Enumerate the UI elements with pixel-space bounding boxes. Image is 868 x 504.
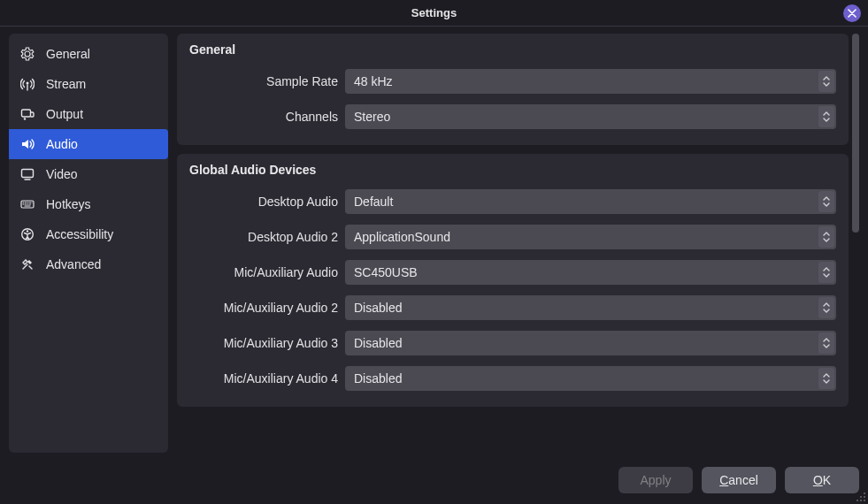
mic-aux-label: Mic/Auxiliary Audio — [189, 265, 338, 279]
sidebar-item-hotkeys[interactable]: Hotkeys — [9, 189, 168, 219]
sidebar-item-label: Accessibility — [46, 227, 113, 241]
window-title: Settings — [411, 6, 457, 19]
sidebar-item-audio[interactable]: Audio — [9, 129, 168, 159]
svg-point-9 — [864, 496, 865, 498]
sidebar-item-label: Output — [46, 107, 83, 121]
mic-aux-4-value: Disabled — [354, 371, 402, 386]
antenna-icon — [19, 76, 35, 92]
channels-select[interactable]: Stereo — [345, 104, 836, 129]
sidebar-item-advanced[interactable]: Advanced — [9, 249, 168, 279]
mic-aux-select[interactable]: SC450USB — [345, 260, 836, 285]
desktop-audio-2-value: ApplicationSound — [354, 230, 450, 244]
settings-sidebar: GeneralStreamOutputAudioVideoHotkeysAcce… — [9, 34, 168, 453]
svg-rect-1 — [22, 110, 31, 117]
mic-aux-value: SC450USB — [354, 265, 418, 279]
spinner-icon — [818, 262, 834, 283]
apply-button-label: Apply — [640, 473, 671, 487]
gear-icon — [19, 46, 35, 62]
svg-point-12 — [864, 500, 865, 501]
output-icon — [19, 106, 35, 122]
channels-value: Stereo — [354, 110, 390, 124]
desktop-audio-2-select[interactable]: ApplicationSound — [345, 225, 836, 249]
sidebar-item-label: Hotkeys — [46, 197, 91, 211]
svg-rect-3 — [22, 170, 34, 178]
spinner-icon — [818, 297, 834, 318]
accessibility-icon — [19, 226, 35, 242]
mic-aux-4-select[interactable]: Disabled — [345, 366, 836, 391]
keyboard-icon — [19, 196, 35, 212]
sidebar-item-label: Advanced — [46, 257, 101, 271]
mic-aux-2-select[interactable]: Disabled — [345, 295, 836, 320]
svg-point-0 — [27, 82, 29, 85]
svg-point-6 — [27, 230, 28, 232]
spinner-icon — [818, 332, 834, 354]
sidebar-item-stream[interactable]: Stream — [9, 69, 168, 99]
svg-point-8 — [860, 496, 862, 498]
window-close-button[interactable] — [843, 4, 861, 22]
channels-label: Channels — [189, 110, 338, 124]
spinner-icon — [818, 71, 834, 92]
dialog-footer: Apply Cancel OK — [618, 467, 859, 493]
sample-rate-label: Sample Rate — [189, 74, 338, 88]
svg-point-11 — [860, 500, 862, 501]
ok-button[interactable]: OK — [785, 467, 859, 493]
mic-aux-3-label: Mic/Auxiliary Audio 3 — [189, 336, 338, 350]
section-general: General Sample Rate 48 kHz Channels — [177, 34, 849, 145]
mic-aux-3-value: Disabled — [354, 336, 402, 350]
mic-aux-3-select[interactable]: Disabled — [345, 331, 836, 355]
speaker-icon — [19, 136, 35, 152]
sample-rate-value: 48 kHz — [354, 74, 393, 88]
settings-content: General Sample Rate 48 kHz Channels — [177, 34, 849, 453]
sidebar-item-accessibility[interactable]: Accessibility — [9, 219, 168, 249]
desktop-audio-value: Default — [354, 195, 393, 209]
mic-aux-4-label: Mic/Auxiliary Audio 4 — [189, 371, 338, 386]
svg-point-2 — [24, 118, 26, 119]
desktop-audio-select[interactable]: Default — [345, 189, 836, 214]
mic-aux-2-label: Mic/Auxiliary Audio 2 — [189, 301, 338, 315]
sidebar-item-label: Video — [46, 167, 78, 181]
spinner-icon — [818, 106, 834, 127]
svg-point-7 — [864, 493, 865, 494]
section-devices-title: Global Audio Devices — [189, 163, 836, 177]
resize-grip[interactable] — [854, 490, 866, 502]
desktop-audio-2-label: Desktop Audio 2 — [189, 230, 338, 244]
sidebar-item-label: Audio — [46, 137, 78, 151]
sidebar-item-label: Stream — [46, 77, 86, 91]
spinner-icon — [818, 191, 834, 212]
spinner-icon — [818, 368, 834, 389]
sidebar-item-video[interactable]: Video — [9, 159, 168, 189]
sidebar-item-output[interactable]: Output — [9, 99, 168, 129]
sample-rate-select[interactable]: 48 kHz — [345, 69, 836, 94]
cancel-button-label: Cancel — [719, 473, 758, 487]
content-scrollbar[interactable] — [852, 34, 859, 453]
scrollbar-thumb[interactable] — [852, 34, 859, 233]
section-global-audio-devices: Global Audio Devices Desktop Audio Defau… — [177, 154, 849, 407]
sidebar-item-label: General — [46, 47, 90, 61]
mic-aux-2-value: Disabled — [354, 301, 402, 315]
section-general-title: General — [189, 42, 836, 57]
sidebar-item-general[interactable]: General — [9, 39, 168, 69]
apply-button[interactable]: Apply — [618, 467, 693, 493]
desktop-audio-label: Desktop Audio — [189, 195, 338, 209]
monitor-icon — [19, 166, 35, 182]
cancel-button[interactable]: Cancel — [702, 467, 776, 493]
ok-button-label: OK — [813, 473, 831, 487]
titlebar: Settings — [0, 0, 868, 27]
tools-icon — [19, 256, 35, 272]
svg-point-10 — [856, 500, 858, 501]
close-icon — [848, 6, 856, 20]
spinner-icon — [818, 226, 834, 248]
